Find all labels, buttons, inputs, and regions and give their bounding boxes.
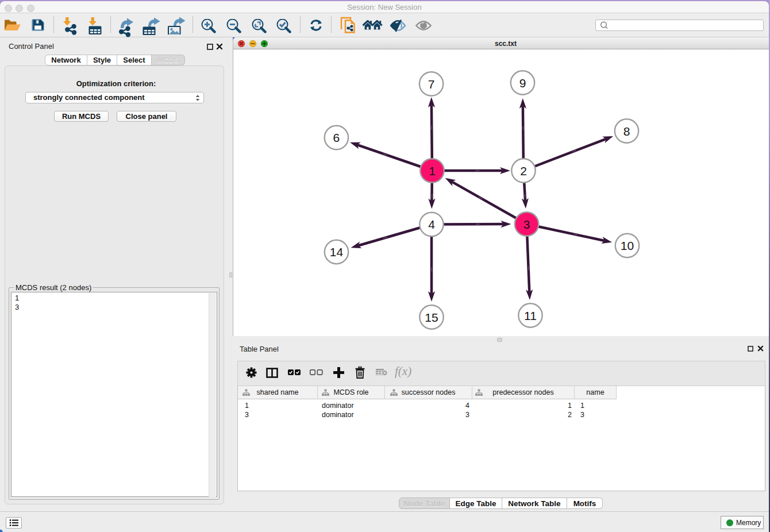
svg-text:15: 15 — [425, 311, 438, 324]
svg-text:10: 10 — [621, 239, 634, 252]
svg-text:9: 9 — [519, 76, 526, 90]
svg-text:6: 6 — [333, 131, 340, 144]
svg-text:14: 14 — [330, 245, 344, 259]
svg-text:8: 8 — [623, 125, 630, 138]
svg-text:7: 7 — [428, 78, 435, 91]
svg-text:4: 4 — [428, 218, 435, 231]
svg-text:3: 3 — [523, 218, 530, 231]
svg-text:1: 1 — [429, 164, 436, 178]
svg-text:11: 11 — [524, 309, 537, 322]
svg-text:2: 2 — [520, 164, 527, 178]
